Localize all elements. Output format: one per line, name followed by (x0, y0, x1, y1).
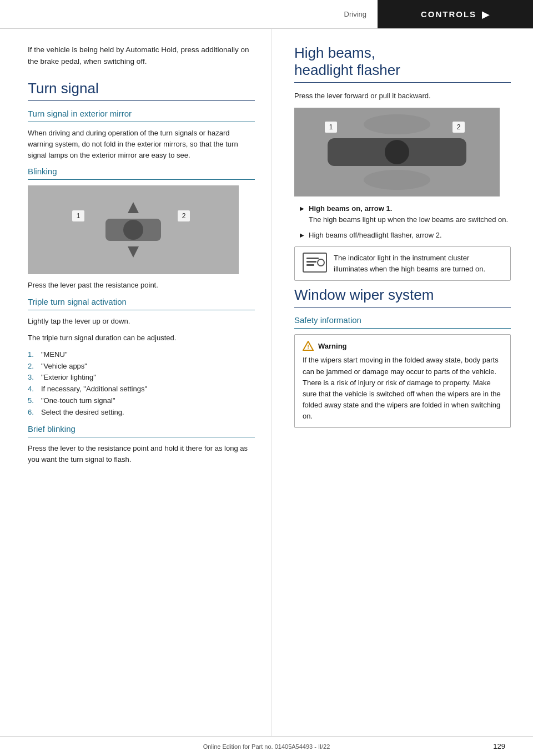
list-item: 4. If necessary, "Additional settings" (28, 384, 255, 395)
high-beams-image: 1 2 (294, 108, 500, 196)
brief-blinking-text: Press the lever to the resistance point … (28, 443, 255, 465)
page-number: 129 (493, 742, 505, 750)
brief-blinking-heading: Brief blinking (28, 424, 255, 434)
list-text: "MENU" (41, 349, 68, 361)
list-num: 2. (28, 361, 38, 372)
turn-signal-mirror-divider (28, 122, 255, 122)
triple-text1: Lightly tap the lever up or down. (28, 316, 255, 327)
bullet-body: The high beams light up when the low bea… (309, 215, 508, 224)
bullet-title: High beams on, arrow 1. (309, 204, 392, 213)
turn-signal-divider (28, 100, 255, 101)
bullet-title-2: High beams off/headlight flasher, arrow … (309, 230, 442, 241)
high-beams-heading-line1: High beams, (294, 44, 375, 61)
bullet-arrow-icon: ▶ (300, 204, 304, 225)
list-item: 1. "MENU" (28, 349, 255, 361)
footer-right: 129 (386, 742, 533, 750)
svg-text:1: 1 (329, 123, 333, 131)
high-beams-bullet-2: ▶ High beams off/headlight flasher, arro… (294, 230, 511, 241)
page-header: Driving CONTROLS ▶ (0, 0, 533, 29)
high-beams-heading-line2: headlight flasher (294, 62, 400, 78)
header-controls-section: CONTROLS ▶ (378, 0, 533, 28)
safety-info-divider (294, 328, 511, 329)
triple-turn-signal-divider (28, 310, 255, 310)
list-num: 4. (28, 384, 38, 395)
instrument-cluster-icon (303, 253, 327, 273)
list-num: 3. (28, 372, 38, 384)
settings-list: 1. "MENU" 2. "Vehicle apps" 3. "Exterior… (28, 349, 255, 419)
svg-point-16 (364, 114, 430, 134)
wiper-system-heading: Window wiper system (294, 286, 511, 304)
turn-signal-mirror-text: When driving and during operation of the… (28, 128, 255, 161)
svg-rect-19 (306, 258, 319, 259)
svg-point-2 (123, 220, 143, 240)
warning-box: ! Warning If the wipers start moving in … (294, 334, 511, 428)
high-beams-bullet-1: ▶ High beams on, arrow 1. The high beams… (294, 203, 511, 225)
list-text: "Vehicle apps" (41, 361, 87, 372)
edition-text: Online Edition for Part no. 01405A54493 … (203, 743, 330, 750)
list-item: 6. Select the desired setting. (28, 407, 255, 419)
bullet-arrow-icon: ▶ (300, 231, 304, 241)
triple-text2: The triple turn signal duration can be a… (28, 332, 255, 344)
svg-point-11 (385, 140, 409, 164)
list-text: "Exterior lighting" (41, 372, 96, 384)
intro-paragraph: If the vehicle is being held by Automati… (28, 44, 255, 68)
page-footer: Online Edition for Part no. 01405A54493 … (0, 736, 533, 756)
safety-info-heading: Safety information (294, 315, 511, 325)
driving-label: Driving (344, 10, 366, 18)
warning-label: Warning (318, 342, 347, 350)
list-text: Select the desired setting. (41, 407, 124, 419)
list-item: 2. "Vehicle apps" (28, 361, 255, 372)
warning-title-row: ! Warning (303, 340, 502, 351)
turn-signal-heading: Turn signal (28, 80, 255, 97)
left-column: If the vehicle is being held by Automati… (0, 29, 272, 736)
brief-blinking-divider (28, 437, 255, 437)
list-num: 5. (28, 395, 38, 407)
footer-center: Online Edition for Part no. 01405A54493 … (147, 743, 386, 750)
right-column: High beams, headlight flasher Press the … (272, 29, 533, 736)
high-beams-bullets: ▶ High beams on, arrow 1. The high beams… (294, 203, 511, 241)
svg-text:2: 2 (457, 123, 461, 131)
svg-rect-21 (306, 264, 314, 266)
warning-triangle-icon: ! (303, 340, 314, 351)
wiper-system-divider (294, 307, 511, 308)
high-beams-divider (294, 82, 511, 83)
list-text: If necessary, "Additional settings" (41, 384, 147, 395)
list-num: 1. (28, 349, 38, 361)
controls-label: CONTROLS (421, 9, 476, 19)
note-text: The indicator light in the instrument cl… (334, 253, 502, 275)
note-box: The indicator light in the instrument cl… (294, 246, 511, 281)
blinking-divider (28, 179, 255, 180)
turn-signal-mirror-heading: Turn signal in exterior mirror (28, 109, 255, 118)
svg-point-22 (318, 259, 324, 266)
blinking-image: 1 2 (28, 185, 239, 274)
blinking-body-text: Press the lever past the resistance poin… (28, 280, 255, 291)
high-beams-body-text: Press the lever forward or pull it backw… (294, 90, 511, 102)
list-text: "One-touch turn signal" (41, 395, 115, 407)
list-num: 6. (28, 407, 38, 419)
svg-point-17 (364, 170, 430, 190)
svg-text:!: ! (307, 344, 309, 350)
warning-body-text: If the wipers start moving in the folded… (303, 355, 502, 422)
high-beams-heading: High beams, headlight flasher (294, 44, 511, 79)
blinking-heading: Blinking (28, 167, 255, 176)
svg-rect-20 (306, 261, 316, 263)
triple-turn-signal-heading: Triple turn signal activation (28, 297, 255, 306)
list-item: 5. "One-touch turn signal" (28, 395, 255, 407)
list-item: 3. "Exterior lighting" (28, 372, 255, 384)
svg-text:2: 2 (182, 212, 186, 220)
main-content: If the vehicle is being held by Automati… (0, 29, 533, 736)
bullet-text: High beams on, arrow 1. The high beams l… (309, 203, 508, 225)
header-driving-section: Driving (0, 0, 378, 28)
controls-icon: ▶ (482, 8, 490, 21)
svg-text:1: 1 (77, 212, 81, 220)
